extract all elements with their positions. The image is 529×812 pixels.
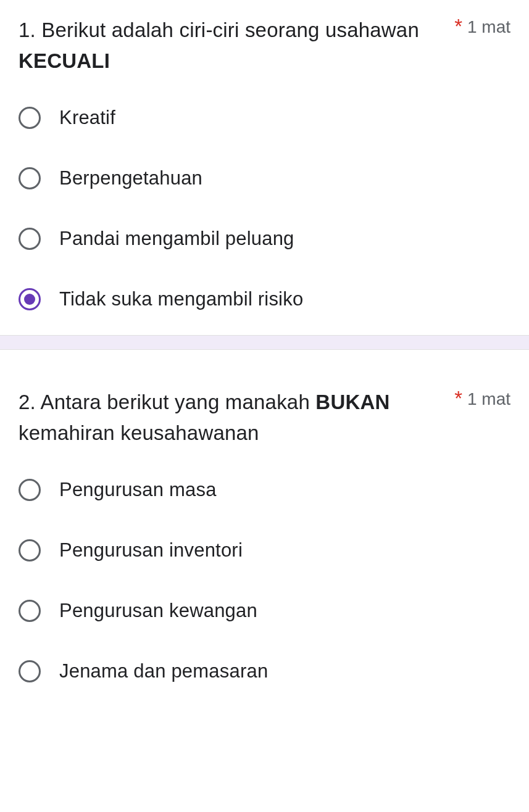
question-header: 1. Berikut adalah ciri-ciri seorang usah… (19, 15, 510, 76)
question-text-bold: BUKAN (315, 391, 389, 413)
option-row[interactable]: Pengurusan masa (19, 479, 510, 501)
question-title: 1. Berikut adalah ciri-ciri seorang usah… (19, 15, 448, 76)
section-divider (0, 335, 529, 350)
option-row[interactable]: Pengurusan inventori (19, 539, 510, 561)
question-text-bold: KECUALI (19, 49, 110, 72)
option-row[interactable]: Berpengetahuan (19, 167, 510, 189)
question-text: Berikut adalah ciri-ciri seorang usahawa… (41, 19, 419, 41)
radio-icon[interactable] (19, 539, 41, 561)
option-label: Tidak suka mengambil risiko (59, 288, 303, 310)
question-meta: * 1 mat (448, 387, 510, 410)
options-group: Pengurusan masa Pengurusan inventori Pen… (19, 479, 510, 682)
radio-icon[interactable] (19, 167, 41, 189)
required-indicator: * (454, 15, 462, 38)
question-number: 1. (19, 19, 41, 41)
radio-icon-selected[interactable] (19, 288, 41, 310)
question-number: 2. (19, 391, 40, 413)
radio-icon[interactable] (19, 660, 41, 682)
question-meta: * 1 mat (448, 15, 510, 38)
option-label: Kreatif (59, 107, 115, 129)
question-block-1: 1. Berikut adalah ciri-ciri seorang usah… (0, 0, 529, 335)
option-label: Pengurusan masa (59, 479, 217, 501)
option-row[interactable]: Jenama dan pemasaran (19, 660, 510, 682)
question-block-2: 2. Antara berikut yang manakah BUKAN kem… (0, 350, 529, 707)
radio-icon[interactable] (19, 600, 41, 622)
option-row[interactable]: Tidak suka mengambil risiko (19, 288, 510, 310)
question-header: 2. Antara berikut yang manakah BUKAN kem… (19, 387, 510, 448)
option-label: Berpengetahuan (59, 167, 202, 189)
points-label: 1 mat (467, 389, 510, 409)
radio-icon[interactable] (19, 228, 41, 250)
option-label: Pengurusan kewangan (59, 600, 257, 622)
question-text: Antara berikut yang manakah (40, 391, 315, 413)
question-text-after: kemahiran keusahawanan (19, 421, 259, 444)
option-row[interactable]: Kreatif (19, 107, 510, 129)
option-row[interactable]: Pandai mengambil peluang (19, 228, 510, 250)
question-title: 2. Antara berikut yang manakah BUKAN kem… (19, 387, 448, 448)
option-label: Pandai mengambil peluang (59, 228, 294, 250)
points-label: 1 mat (467, 17, 510, 37)
option-row[interactable]: Pengurusan kewangan (19, 600, 510, 622)
option-label: Pengurusan inventori (59, 539, 243, 561)
radio-icon[interactable] (19, 107, 41, 129)
radio-icon[interactable] (19, 479, 41, 501)
options-group: Kreatif Berpengetahuan Pandai mengambil … (19, 107, 510, 310)
required-indicator: * (454, 387, 462, 410)
option-label: Jenama dan pemasaran (59, 660, 268, 682)
